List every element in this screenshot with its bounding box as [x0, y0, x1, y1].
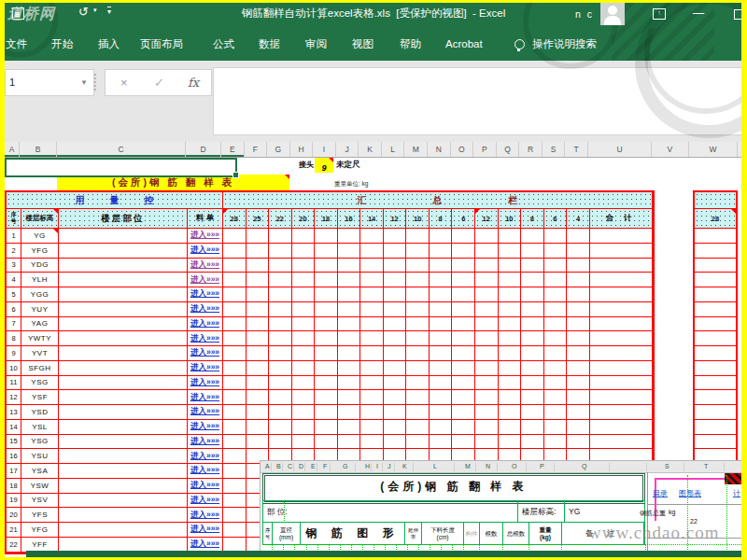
empty-cell[interactable] [247, 376, 270, 391]
empty-cell[interactable] [360, 405, 384, 420]
empty-cell[interactable] [590, 259, 653, 273]
row-part-cell[interactable] [59, 287, 188, 302]
empty-cell[interactable] [430, 361, 453, 376]
enter-link[interactable]: 进入»»» [190, 539, 219, 550]
empty-cell[interactable] [475, 346, 499, 361]
empty-cell[interactable] [590, 420, 653, 435]
empty-cell[interactable] [430, 420, 453, 435]
tab-数据[interactable]: 数据 [259, 28, 280, 61]
empty-cell[interactable] [223, 523, 247, 538]
row-code[interactable]: YSG [21, 435, 59, 450]
empty-cell[interactable] [223, 390, 247, 405]
empty-cell[interactable] [292, 376, 316, 391]
empty-cell[interactable] [430, 229, 453, 244]
empty-cell[interactable] [521, 273, 544, 287]
enter-link[interactable]: 进入»»» [190, 406, 219, 417]
empty-cell[interactable] [247, 273, 270, 287]
empty-cell[interactable] [590, 405, 653, 420]
empty-cell[interactable] [384, 361, 407, 376]
empty-cell[interactable] [475, 390, 499, 405]
row-link-cell[interactable]: 进入»»» [188, 390, 223, 405]
empty-cell[interactable] [292, 229, 316, 244]
empty-cell[interactable] [247, 317, 270, 332]
empty-cell[interactable] [315, 390, 338, 405]
empty-cell[interactable] [521, 361, 544, 376]
empty-cell[interactable] [499, 229, 522, 244]
empty-cell[interactable] [247, 229, 270, 244]
empty-cell[interactable] [475, 435, 499, 450]
empty-cell[interactable] [315, 302, 338, 317]
empty-cell[interactable] [315, 244, 338, 259]
empty-cell[interactable] [475, 405, 499, 420]
row-part-cell[interactable] [59, 405, 188, 420]
empty-cell[interactable] [406, 259, 430, 273]
empty-cell[interactable] [247, 244, 270, 259]
empty-cell[interactable] [406, 346, 430, 361]
row-part-cell[interactable] [59, 449, 188, 464]
enter-link[interactable]: 进入»»» [190, 465, 219, 476]
row-link-cell[interactable]: 进入»»» [188, 317, 223, 332]
empty-cell[interactable] [315, 259, 338, 273]
row-part-cell[interactable] [59, 464, 188, 479]
empty-cell[interactable] [567, 259, 590, 273]
enter-link[interactable]: 进入»»» [190, 421, 219, 432]
empty-cell[interactable] [247, 390, 270, 405]
empty-cell[interactable] [384, 229, 407, 244]
catalog-link[interactable]: 目录 [653, 488, 668, 498]
minimize-button[interactable]: — [693, 7, 704, 20]
undo-icon[interactable]: ↺ [78, 5, 89, 19]
empty-cell[interactable] [269, 259, 292, 273]
column-header-I[interactable]: I [313, 142, 336, 157]
row-code[interactable]: YSG [21, 376, 59, 391]
empty-cell[interactable] [544, 390, 568, 405]
empty-cell[interactable] [452, 390, 475, 405]
empty-cell[interactable] [360, 361, 384, 376]
empty-cell[interactable] [544, 405, 568, 420]
undo-dropdown-icon[interactable]: ▾ [93, 7, 97, 14]
empty-cell[interactable] [430, 390, 453, 405]
row-code[interactable]: SFGH [21, 361, 59, 376]
empty-cell[interactable] [315, 376, 338, 391]
empty-cell[interactable] [315, 273, 338, 287]
empty-cell[interactable] [292, 244, 316, 259]
column-header-O[interactable]: O [451, 142, 474, 157]
tab-Acrobat[interactable]: Acrobat [445, 28, 483, 61]
empty-cell[interactable] [269, 346, 292, 361]
row-code[interactable]: YAG [21, 317, 59, 332]
empty-cell[interactable] [269, 244, 292, 259]
empty-cell[interactable] [406, 244, 430, 259]
empty-cell[interactable] [499, 244, 522, 259]
empty-cell[interactable] [384, 302, 407, 317]
empty-cell[interactable] [430, 287, 453, 302]
empty-cell[interactable] [384, 287, 407, 302]
empty-cell[interactable] [247, 435, 270, 450]
enter-link[interactable]: 进入»»» [190, 274, 219, 286]
calc-link[interactable]: 计 [733, 488, 740, 498]
row-code[interactable]: YVT [21, 346, 59, 361]
empty-cell[interactable] [292, 273, 316, 287]
empty-cell[interactable] [499, 287, 522, 302]
empty-cell[interactable] [544, 229, 568, 244]
empty-cell[interactable] [567, 405, 590, 420]
empty-cell[interactable] [384, 273, 407, 287]
row-link-cell[interactable]: 进入»»» [188, 273, 223, 287]
row-code[interactable]: YSV [21, 494, 59, 509]
column-header-T[interactable]: T [565, 142, 588, 157]
row-link-cell[interactable]: 进入»»» [188, 464, 223, 479]
empty-cell[interactable] [544, 361, 568, 376]
empty-cell[interactable] [452, 405, 475, 420]
column-header-L[interactable]: L [382, 142, 405, 157]
empty-cell[interactable] [590, 346, 653, 361]
empty-cell[interactable] [292, 390, 316, 405]
empty-cell[interactable] [499, 317, 522, 332]
empty-cell[interactable] [292, 405, 316, 420]
empty-cell[interactable] [475, 287, 499, 302]
empty-cell[interactable] [223, 317, 247, 332]
column-header-J[interactable]: J [336, 142, 359, 157]
empty-cell[interactable] [223, 287, 247, 302]
row-code[interactable]: YSU [21, 449, 59, 464]
empty-cell[interactable] [567, 287, 590, 302]
empty-cell[interactable] [499, 273, 522, 287]
empty-cell[interactable] [223, 420, 247, 435]
empty-cell[interactable] [360, 273, 384, 287]
